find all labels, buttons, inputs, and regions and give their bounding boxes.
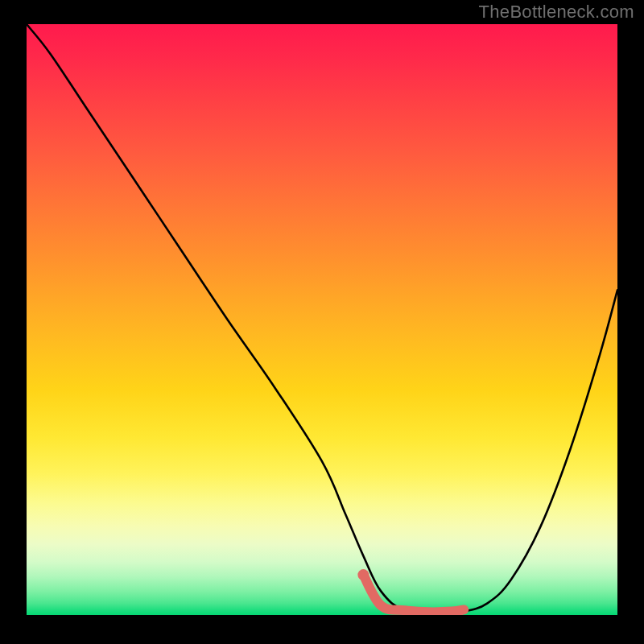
chart-frame: TheBottleneck.com (0, 0, 644, 644)
highlight-segment (363, 575, 464, 612)
plot-area (27, 24, 617, 615)
optimum-marker (357, 569, 369, 580)
watermark: TheBottleneck.com (479, 2, 634, 23)
bottleneck-curve (27, 24, 617, 613)
chart-svg (27, 24, 617, 615)
